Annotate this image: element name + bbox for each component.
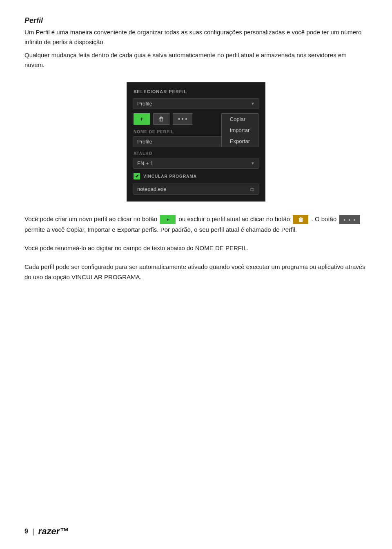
context-menu-import[interactable]: Importar [222, 125, 258, 136]
context-menu-export[interactable]: Exportar [222, 136, 258, 147]
intro-paragraph-1: Um Perfil é uma maneira conveniente de o… [24, 27, 368, 47]
intro-paragraph-2: Qualquer mudança feita dentro de cada gu… [24, 50, 368, 70]
add-profile-button[interactable]: + [134, 113, 150, 125]
vincular-checkbox[interactable]: ✔ [134, 173, 140, 179]
panel-title: SELECIONAR PERFIL [134, 89, 258, 94]
profile-dropdown[interactable]: Profile ▼ [134, 98, 258, 109]
brand-logo: razer™ [38, 526, 69, 537]
body1-text-mid: ou excluir o perfil atual ao clicar no b… [179, 215, 290, 222]
inline-dots-button[interactable]: • • • [339, 215, 360, 224]
footer: 9 | razer™ [24, 526, 69, 537]
inline-trash-button[interactable]: 🗑 [293, 215, 308, 224]
vincular-label: VINCULAR PROGRAMA [143, 174, 197, 179]
footer-separator: | [32, 527, 34, 536]
body-paragraph-3: Cada perfil pode ser configurado para se… [24, 262, 368, 282]
body1-text-start: Você pode criar um novo perfil ao clicar… [24, 215, 157, 222]
profile-dropdown-value: Profile [137, 101, 152, 107]
shortcut-dropdown[interactable]: FN + 1 ▼ [134, 158, 258, 169]
atalho-field-label: ATALHO [134, 151, 258, 156]
notepad-value: notepad.exe [137, 186, 167, 192]
body-paragraph-2: Você pode renomeá-lo ao digitar no campo… [24, 243, 368, 253]
action-buttons-row: + 🗑 • • • Copiar Importar Exportar [134, 113, 258, 125]
shortcut-dropdown-arrow-icon: ▼ [251, 161, 255, 166]
ui-screenshot: SELECIONAR PERFIL Profile ▼ + 🗑 • • • Co… [24, 82, 368, 202]
context-menu: Copiar Importar Exportar [221, 113, 258, 147]
atalho-section: ATALHO FN + 1 ▼ [134, 151, 258, 169]
page-title: Perfil [24, 16, 368, 25]
body1-text-end: . O botão [312, 215, 337, 222]
notepad-row: notepad.exe 🗀 [134, 184, 258, 195]
body-paragraph-1: Você pode criar um novo perfil ao clicar… [24, 214, 368, 235]
vincular-row: ✔ VINCULAR PROGRAMA [134, 173, 258, 179]
shortcut-dropdown-value: FN + 1 [137, 160, 153, 166]
inline-plus-button[interactable]: + [160, 215, 176, 224]
delete-profile-button[interactable]: 🗑 [153, 113, 169, 125]
page-number: 9 [24, 528, 28, 535]
profile-panel: SELECIONAR PERFIL Profile ▼ + 🗑 • • • Co… [127, 82, 265, 202]
folder-icon[interactable]: 🗀 [250, 186, 255, 192]
dropdown-arrow-icon: ▼ [251, 101, 255, 106]
context-menu-copy[interactable]: Copiar [222, 114, 258, 125]
more-options-button[interactable]: • • • [173, 113, 192, 125]
body1-text-end2: permite a você Copiar, Importar e Export… [24, 226, 297, 233]
